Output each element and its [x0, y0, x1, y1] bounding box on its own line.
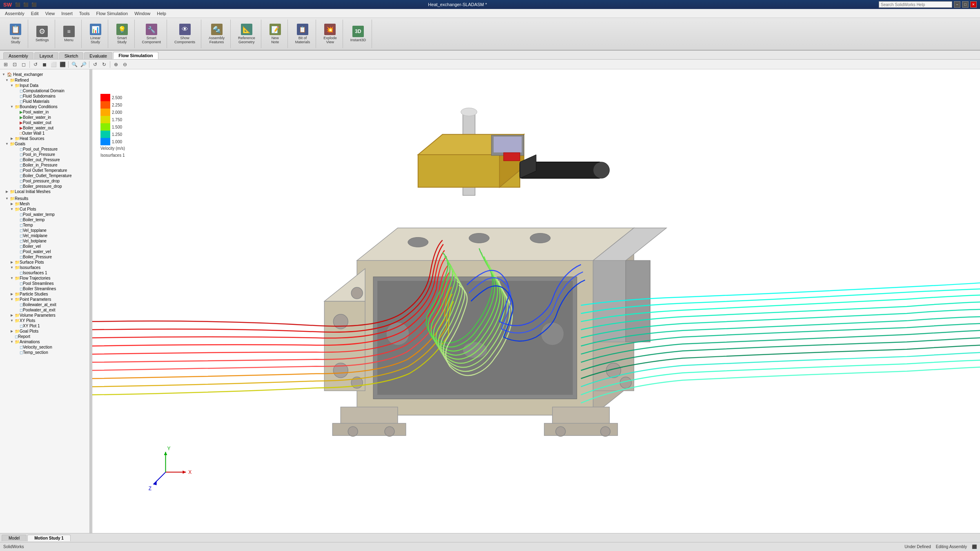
menu-window[interactable]: Window: [131, 10, 154, 17]
tree-boiler-out-pressure[interactable]: ◻ Boiler_out_Pressure: [0, 157, 89, 162]
toolbar-btn-redo[interactable]: ↻: [100, 60, 108, 69]
menu-view[interactable]: View: [42, 10, 58, 17]
tree-pool-water-temp[interactable]: ◻ Pool_water_temp: [0, 212, 89, 217]
ribbon-btn-show-components[interactable]: 👁 ShowComponents: [172, 22, 198, 45]
maximize-button[interactable]: □: [962, 1, 969, 8]
tree-surface-plots[interactable]: ▶ 📁 Surface Plots: [0, 260, 89, 265]
ribbon-btn-new-study[interactable]: 📋 NewStudy: [7, 22, 24, 45]
ribbon-btn-new-note[interactable]: 📝 NewNote: [266, 22, 284, 45]
tree-boilewater-exit[interactable]: ◻ Boilewater_at_exit: [0, 302, 89, 307]
tree-results[interactable]: ▼ 📁 Results: [0, 196, 89, 201]
tree-pool-water-out[interactable]: ▶ Pool_water_out: [0, 120, 89, 125]
tree-boiler-water-in[interactable]: ▶ Boiler_water_in: [0, 115, 89, 120]
tab-model[interactable]: Model: [2, 535, 27, 541]
viewport[interactable]: 2.500 2.250 2.000 1.750 1.500 1.250: [92, 69, 980, 533]
ribbon-btn-linear-study[interactable]: 📊 LinearStudy: [87, 22, 105, 45]
tree-xy-plots[interactable]: ▼ 📁 XY Plots: [0, 318, 89, 323]
tree-velocity-section[interactable]: ◻ Velocity_section: [0, 344, 89, 350]
search-input[interactable]: [879, 1, 952, 8]
tree-pool-water-vel[interactable]: ◻ Pool_water_vel: [0, 249, 89, 254]
tree-pool-streamlines[interactable]: ◻ Pool Streamlines: [0, 281, 89, 286]
tree-isosurfaces[interactable]: ▼ 📁 Isosurfaces: [0, 265, 89, 270]
tree-boiler-pressure-drop[interactable]: ◻ Boiler_pressure_drop: [0, 184, 89, 189]
minimize-button[interactable]: −: [954, 1, 960, 8]
close-button[interactable]: ✕: [970, 1, 977, 8]
tree-poolwater-exit[interactable]: ◻ Poolwater_at_exit: [0, 307, 89, 313]
tree-heat-sources[interactable]: ▶ 📁 Heat Sources: [0, 136, 89, 141]
tree-input-data[interactable]: ▼ 📁 Input Data: [0, 83, 89, 88]
tree-temp-section[interactable]: ◻ Temp_section: [0, 350, 89, 355]
tree-pool-water-in[interactable]: ▶ Pool_water_in: [0, 109, 89, 115]
tree-fluid-subdomains[interactable]: ◻ Fluid Subdomains: [0, 93, 89, 99]
tab-assembly[interactable]: Assembly: [3, 52, 33, 59]
tree-xy-plot-1[interactable]: ◻ XY Plot 1: [0, 323, 89, 329]
ribbon-btn-menu[interactable]: ≡ Menu: [60, 24, 78, 43]
tree-pool-pressure-drop[interactable]: ◻ Pool_pressure_drop: [0, 178, 89, 184]
tree-goal-plots[interactable]: ▶ 📁 Goal Plots: [0, 329, 89, 334]
toolbar-btn-2[interactable]: ⊡: [11, 60, 19, 69]
ribbon-btn-assembly-features[interactable]: 🔩 AssemblyFeatures: [206, 22, 227, 45]
menu-bar: Assembly Edit View Insert Tools Flow Sim…: [0, 9, 980, 18]
tree-boiler-temp[interactable]: ◻ Boiler_temp: [0, 217, 89, 222]
tree-outer-wall[interactable]: □ Outer Wall 1: [0, 131, 89, 136]
tree-report[interactable]: ◻ Report: [0, 334, 89, 339]
menu-insert[interactable]: Insert: [58, 10, 76, 17]
tree-boiler-outlet-temp[interactable]: ◻ Boiler_Outlet_Temperature: [0, 173, 89, 178]
tree-local-meshes[interactable]: ▶ 📁 Local Initial Meshes: [0, 189, 89, 194]
tree-comp-domain[interactable]: ◻ Computational Domain: [0, 88, 89, 93]
tree-pool-in-pressure[interactable]: ◻ Pool_in_Pressure: [0, 152, 89, 157]
toolbar-btn-4[interactable]: ◼: [40, 60, 49, 69]
toolbar-btn-remove[interactable]: ⊖: [121, 60, 129, 69]
tree-vel-midplane[interactable]: ◻ Vel_midplane: [0, 233, 89, 238]
menu-edit[interactable]: Edit: [28, 10, 42, 17]
tree-boiler-in-pressure[interactable]: ◻ Boiler_in_Pressure: [0, 162, 89, 168]
tree-vel-botplane[interactable]: ◻ Vel_botplane: [0, 238, 89, 244]
ribbon-btn-smart-component[interactable]: 🔧 SmartComponent: [140, 22, 164, 45]
tree-boiler-water-out[interactable]: ▶ Boiler_water_out: [0, 125, 89, 131]
tree-boiler-vel[interactable]: ◻ Boiler_vel: [0, 244, 89, 249]
tree-animations[interactable]: ▼ 📁 Animations: [0, 339, 89, 344]
tree-fluid-materials[interactable]: ◻ Fluid Materials: [0, 99, 89, 104]
tab-layout[interactable]: Layout: [34, 52, 58, 59]
ribbon-btn-instant3d[interactable]: 3D Instant3D: [348, 24, 369, 43]
toolbar-btn-3[interactable]: ◻: [20, 60, 28, 69]
menu-flow-simulation[interactable]: Flow Simulation: [93, 10, 131, 17]
ribbon-btn-bom[interactable]: 📋 Bit ofMaterials: [293, 22, 313, 45]
toolbar-btn-zoom-in[interactable]: 🔍: [70, 60, 78, 69]
tab-sketch[interactable]: Sketch: [59, 52, 84, 59]
toolbar-btn-zoom-out[interactable]: 🔎: [79, 60, 87, 69]
menu-assembly[interactable]: Assembly: [2, 10, 28, 17]
toolbar-btn-rotate[interactable]: ↺: [31, 60, 40, 69]
tree-temp[interactable]: ◻ Temp: [0, 222, 89, 228]
ribbon-btn-settings[interactable]: ⚙ Settings: [33, 24, 51, 43]
tree-refined[interactable]: ▼ 📁 Refined: [0, 78, 89, 83]
tree-isosurfaces-1[interactable]: ◻ Isosurfaces 1: [0, 270, 89, 276]
toolbar-btn-undo[interactable]: ↺: [91, 60, 99, 69]
tree-goals[interactable]: ▼ 📁 Goals: [0, 141, 89, 147]
tab-evaluate[interactable]: Evaluate: [84, 52, 112, 59]
ribbon-btn-smart-study[interactable]: 💡 SmartStudy: [113, 22, 131, 45]
tab-flow-simulation[interactable]: Flow Simulation: [113, 52, 158, 59]
tree-point-parameters[interactable]: ▼ 📁 Point Parameters: [0, 297, 89, 302]
tree-boiler-streamlines[interactable]: ◻ Boiler Streamlines: [0, 286, 89, 291]
tree-cut-plots[interactable]: ▼ 📁 Cut Plots: [0, 207, 89, 212]
tree-boiler-pressure[interactable]: ◻ Boiler_Pressure: [0, 254, 89, 260]
ribbon-btn-explode-view[interactable]: 💥 ExplodeView: [321, 22, 339, 45]
tree-root[interactable]: ▼ 🏠 Heat_exchanger: [0, 71, 89, 78]
ribbon-btn-reference-geometry[interactable]: 📐 ReferenceGeometry: [236, 22, 258, 45]
toolbar-btn-1[interactable]: ⊞: [2, 60, 10, 69]
tree-vel-topplane[interactable]: ◻ Vel_topplane: [0, 228, 89, 233]
toolbar-btn-5[interactable]: ⬜: [49, 60, 58, 69]
menu-tools[interactable]: Tools: [76, 10, 93, 17]
tree-mesh[interactable]: ▶ 📁 Mesh: [0, 201, 89, 207]
tree-pool-out-pressure[interactable]: ◻ Pool_out_Pressure: [0, 147, 89, 152]
menu-help[interactable]: Help: [154, 10, 169, 17]
tree-volume-parameters[interactable]: ▶ 📁 Volume Parameters: [0, 313, 89, 318]
tree-particle-studies[interactable]: ▶ 📁 Particle Studies: [0, 291, 89, 297]
toolbar-btn-add[interactable]: ⊕: [112, 60, 120, 69]
tab-motion-study-1[interactable]: Motion Study 1: [27, 535, 71, 541]
tree-flow-trajectories[interactable]: ▼ 📁 Flow Trajectories: [0, 276, 89, 281]
tree-boundary-conditions[interactable]: ▼ 📁 Boundary Conditions: [0, 104, 89, 109]
toolbar-btn-6[interactable]: ⬛: [58, 60, 67, 69]
tree-pool-outlet-temp[interactable]: ◻ Pool Outlet Temperature: [0, 168, 89, 173]
